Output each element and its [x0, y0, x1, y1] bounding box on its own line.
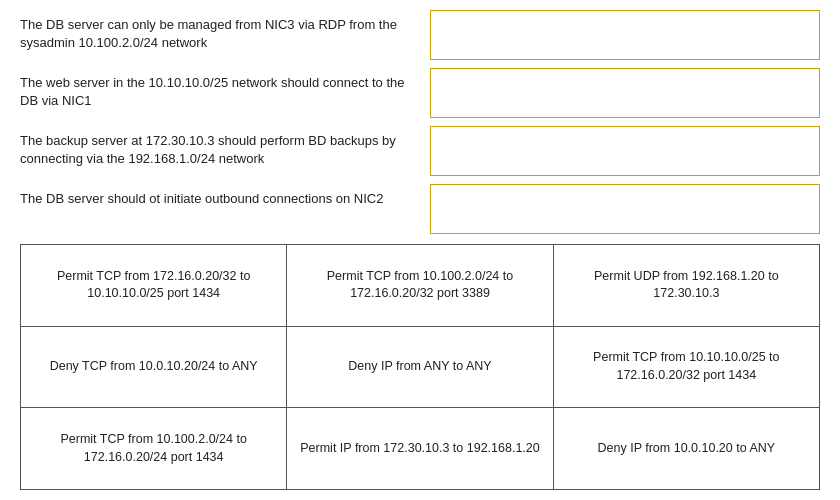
option-7[interactable]: Permit TCP from 10.100.2.0/24 to 172.16.…	[21, 408, 287, 490]
option-4[interactable]: Deny TCP from 10.0.10.20/24 to ANY	[21, 327, 287, 409]
main-container: The DB server can only be managed from N…	[0, 0, 840, 500]
options-grid: Permit TCP from 172.16.0.20/32 to 10.10.…	[20, 244, 820, 490]
questions-section: The DB server can only be managed from N…	[20, 10, 820, 234]
question-2: The web server in the 10.10.10.0/25 netw…	[20, 68, 410, 118]
option-9[interactable]: Deny IP from 10.0.10.20 to ANY	[554, 408, 820, 490]
question-4: The DB server should ot initiate outboun…	[20, 184, 410, 234]
option-6[interactable]: Permit TCP from 10.10.10.0/25 to 172.16.…	[554, 327, 820, 409]
option-1[interactable]: Permit TCP from 172.16.0.20/32 to 10.10.…	[21, 245, 287, 327]
question-3: The backup server at 172.30.10.3 should …	[20, 126, 410, 176]
answer-box-1[interactable]	[430, 10, 820, 60]
answer-box-2[interactable]	[430, 68, 820, 118]
question-1: The DB server can only be managed from N…	[20, 10, 410, 60]
option-3[interactable]: Permit UDP from 192.168.1.20 to 172.30.1…	[554, 245, 820, 327]
option-8[interactable]: Permit IP from 172.30.10.3 to 192.168.1.…	[287, 408, 553, 490]
answer-box-4[interactable]	[430, 184, 820, 234]
answer-box-3[interactable]	[430, 126, 820, 176]
option-5[interactable]: Deny IP from ANY to ANY	[287, 327, 553, 409]
option-2[interactable]: Permit TCP from 10.100.2.0/24 to 172.16.…	[287, 245, 553, 327]
